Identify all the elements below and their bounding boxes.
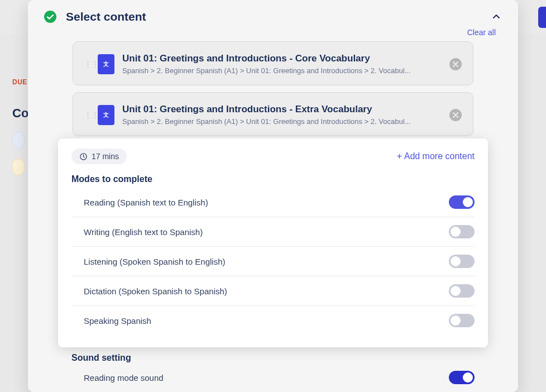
translate-doc-icon: 文 [98,54,114,74]
svg-text:文: 文 [103,112,109,118]
highlight-top-row: 17 mins + Add more content [71,149,475,164]
mode-label: Reading (Spanish text to English) [84,198,208,207]
check-circle-icon [44,10,57,23]
sound-row: Reading mode sound [71,366,475,384]
select-content-modal: Select content Clear all ⋮⋮ 文 Unit 01: G… [28,0,518,392]
drag-handle-icon[interactable]: ⋮⋮ [84,60,90,68]
clear-all-link[interactable]: Clear all [467,28,496,37]
svg-point-0 [44,11,56,23]
bg-chip [12,159,25,175]
mode-toggle-speaking[interactable] [449,314,475,327]
remove-card-button[interactable] [449,109,462,121]
add-more-content-link[interactable]: + Add more content [397,151,475,161]
card-text: Unit 01: Greetings and Introductions - C… [122,53,442,75]
mode-toggle-writing[interactable] [449,225,475,238]
bg-primary-button [538,7,546,28]
card-title: Unit 01: Greetings and Introductions - C… [122,53,442,64]
sound-label: Reading mode sound [84,373,164,383]
collapse-chevron-icon[interactable] [490,11,502,23]
mode-list: Reading (Spanish text to English) Writin… [71,188,475,335]
mode-label: Listening (Spoken Spanish to English) [84,257,226,266]
sound-toggle-reading[interactable] [449,371,475,384]
clock-icon [79,152,88,161]
mode-row-reading: Reading (Spanish text to English) [71,188,475,217]
sound-title: Sound setting [71,353,475,363]
mode-label: Writing (English text to Spanish) [84,227,203,237]
sound-section: Sound setting Reading mode sound [28,347,518,384]
time-estimate-text: 17 mins [92,152,119,161]
card-breadcrumb: Spanish > 2. Beginner Spanish (A1) > Uni… [122,117,442,126]
mode-toggle-listening[interactable] [449,255,475,268]
mode-row-listening: Listening (Spoken Spanish to English) [71,247,475,276]
section-title: Select content [66,10,481,23]
translate-doc-icon: 文 [98,105,114,125]
card-title: Unit 01: Greetings and Introductions - E… [122,104,442,115]
svg-text:文: 文 [103,61,109,67]
clear-row: Clear all [28,28,518,41]
mode-toggle-dictation[interactable] [449,284,475,298]
mode-label: Speaking Spanish [84,316,151,326]
card-breadcrumb: Spanish > 2. Beginner Spanish (A1) > Uni… [122,66,442,75]
content-card: ⋮⋮ 文 Unit 01: Greetings and Introduction… [73,41,473,85]
section-header: Select content [28,0,518,28]
mode-toggle-reading[interactable] [449,195,475,209]
card-text: Unit 01: Greetings and Introductions - E… [122,104,442,126]
mode-row-dictation: Dictation (Spoken Spanish to Spanish) [71,276,475,306]
mode-label: Dictation (Spoken Spanish to Spanish) [84,286,227,296]
modes-title: Modes to complete [71,174,475,184]
time-estimate-pill: 17 mins [71,149,127,164]
bg-chip [12,132,25,149]
remove-card-button[interactable] [449,58,462,70]
content-card: ⋮⋮ 文 Unit 01: Greetings and Introduction… [73,92,473,136]
mode-row-writing: Writing (English text to Spanish) [71,217,475,247]
mode-row-speaking: Speaking Spanish [71,306,475,335]
content-cards: ⋮⋮ 文 Unit 01: Greetings and Introduction… [28,41,518,136]
drag-handle-icon[interactable]: ⋮⋮ [84,111,90,118]
modes-highlight-box: 17 mins + Add more content Modes to comp… [58,138,488,347]
